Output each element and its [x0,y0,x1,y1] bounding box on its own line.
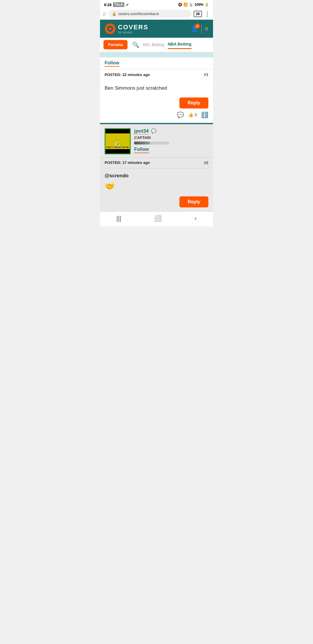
logo-sub: 25 YEARS [118,31,148,34]
post2-username[interactable]: jpot34 [134,128,149,134]
forums-button[interactable]: Forums [103,40,128,49]
bottom-nav-recents[interactable]: ||| [116,215,121,222]
bottom-nav-back[interactable]: ‹ [194,215,196,222]
battery-icon: 🔋 [205,3,209,7]
post2-user-card: 🐍 DON'T TREAD ON ME jpot34 💬 CAPTAIN Fol… [100,124,213,157]
logo-text: COVERS [118,23,148,31]
nav-bar: Forums 🔍 NFL Betting NBA Betting [100,38,213,52]
header-divider [201,24,202,33]
post2-user-info: jpot34 💬 CAPTAIN Follow [134,128,208,153]
post1-num: #1 [204,72,208,77]
post2-actions: Reply [100,194,213,211]
nav-nba-betting[interactable]: NBA Betting [168,41,192,49]
report-icon[interactable]: ℹ️ [201,111,208,118]
post2-content: @screndo 🤝 [100,168,213,194]
tab-count[interactable]: 28 [194,11,202,17]
post-2: 🐍 DON'T TREAD ON ME jpot34 💬 CAPTAIN Fol… [100,124,213,211]
status-bar: 8:28 TALK ✓ 🔇 📶 📡 100% 🔋 [100,0,213,8]
covers-logo-icon [105,23,116,34]
quote-icon[interactable]: 💬 [177,111,184,118]
handshake-emoji: 🤝 [105,182,115,191]
username-row: jpot34 💬 [134,128,208,134]
wifi-icon: 📶 [183,3,188,7]
post1-follow-area: Follow [100,57,213,69]
site-header: COVERS 25 YEARS 👤 2 ≡ [100,20,213,38]
post1-meta: POSTED: 22 minutes ago #1 [100,69,213,80]
time-display: 8:28 [104,3,112,7]
post2-reply-button[interactable]: Reply [179,196,208,207]
hamburger-menu[interactable]: ≡ [205,25,208,32]
mute-icon: 🔇 [178,3,182,7]
logo-area: COVERS 25 YEARS [105,23,148,34]
post1-time: POSTED: 22 minutes ago [105,73,150,77]
browser-menu-button[interactable]: ⋮ [204,10,210,17]
post2-time: POSTED: 17 minutes ago [105,160,150,165]
post1-follow-button[interactable]: Follow [105,60,119,67]
like-area[interactable]: 👍 0 [188,112,197,117]
like-count: 0 [195,112,197,117]
rank-bar [134,142,169,144]
battery-label: 100% [194,3,203,7]
post2-chat-icon[interactable]: 💬 [151,129,156,134]
post-1: Follow POSTED: 22 minutes ago #1 Ben Sim… [100,52,213,122]
post1-actions: Reply 💬 👍 0 ℹ️ [100,95,213,122]
post2-meta: POSTED: 17 minutes ago #2 [100,157,213,168]
post1-icons: 💬 👍 0 ℹ️ [177,111,208,118]
bottom-nav: ||| ⬜ ‹ [100,211,213,226]
bottom-nav-home[interactable]: ⬜ [154,215,162,222]
post1-text: Ben Simmons just scratched [105,85,208,92]
svg-point-2 [109,27,112,30]
post2-user-rank: CAPTAIN [134,135,208,140]
search-icon[interactable]: 🔍 [132,41,139,48]
lock-icon: 🔒 [112,12,117,16]
url-bar[interactable]: 🔒 covers.com/forum/nba-b [108,10,191,18]
post1-content: Ben Simmons just scratched [100,80,213,95]
post2-follow-button[interactable]: Follow [134,147,149,153]
check-icon: ✓ [126,3,129,7]
thread-top-partial [100,52,213,57]
url-text: covers.com/forum/nba-b [118,12,159,16]
post2-mention: @screndo [105,173,208,179]
thumbs-up-icon[interactable]: 👍 [188,112,194,117]
rank-fill [134,142,150,144]
browser-bar: ⌂ 🔒 covers.com/forum/nba-b 28 ⋮ [100,8,213,20]
talk-icon: TALK [113,2,124,7]
nav-nfl-betting[interactable]: NFL Betting [143,41,164,48]
post2-avatar: 🐍 DON'T TREAD ON ME [105,128,131,154]
home-button[interactable]: ⌂ [103,11,106,17]
signal-icon: 📡 [189,3,193,7]
notif-badge: 2 [195,23,200,29]
notification-bell[interactable]: 👤 2 [191,25,199,32]
post1-reply-button[interactable]: Reply [179,97,208,108]
post2-num: #2 [204,160,208,165]
avatar-text: DON'T TREAD ON ME [105,146,130,148]
